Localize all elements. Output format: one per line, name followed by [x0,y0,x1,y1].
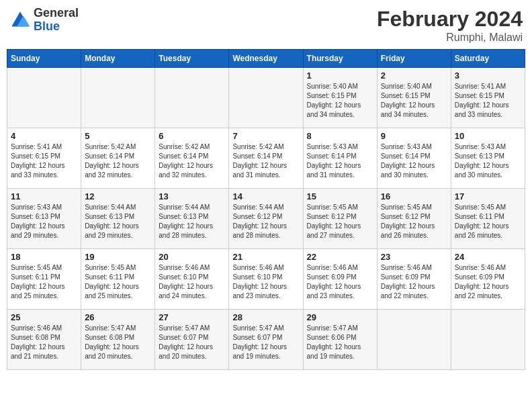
day-of-week-header: Friday [377,50,451,68]
day-number: 27 [159,312,225,322]
day-number: 16 [381,191,447,201]
calendar-cell: 22Sunrise: 5:46 AM Sunset: 6:09 PM Dayli… [303,249,377,310]
day-info: Sunrise: 5:47 AM Sunset: 6:07 PM Dayligh… [232,324,299,361]
day-info: Sunrise: 5:43 AM Sunset: 6:14 PM Dayligh… [307,142,373,180]
day-number: 9 [381,131,447,141]
month-year: February 2024 [377,7,523,32]
day-number: 5 [85,131,151,141]
calendar-cell: 8Sunrise: 5:43 AM Sunset: 6:14 PM Daylig… [303,128,377,189]
day-info: Sunrise: 5:45 AM Sunset: 6:11 PM Dayligh… [11,263,77,301]
calendar-cell [377,310,451,370]
logo: GeneralBlue [9,7,79,34]
day-number: 3 [455,71,521,81]
calendar-cell: 10Sunrise: 5:43 AM Sunset: 6:13 PM Dayli… [451,128,525,189]
day-info: Sunrise: 5:46 AM Sunset: 6:09 PM Dayligh… [381,263,447,301]
day-info: Sunrise: 5:43 AM Sunset: 6:14 PM Dayligh… [381,142,447,180]
title-block: February 2024 Rumphi, Malawi [377,7,523,44]
calendar-cell: 7Sunrise: 5:42 AM Sunset: 6:14 PM Daylig… [229,128,303,189]
day-of-week-header: Saturday [451,50,525,68]
calendar-week-row: 11Sunrise: 5:43 AM Sunset: 6:13 PM Dayli… [7,189,525,249]
day-number: 18 [11,252,77,262]
day-of-week-header: Sunday [7,50,81,68]
day-number: 29 [307,312,373,322]
day-number: 15 [307,191,373,201]
day-number: 19 [85,252,151,262]
day-info: Sunrise: 5:45 AM Sunset: 6:11 PM Dayligh… [455,203,521,240]
day-info: Sunrise: 5:43 AM Sunset: 6:13 PM Dayligh… [11,203,77,240]
calendar-cell: 25Sunrise: 5:46 AM Sunset: 6:08 PM Dayli… [7,310,81,370]
calendar-cell: 2Sunrise: 5:40 AM Sunset: 6:15 PM Daylig… [377,68,451,128]
calendar-cell: 14Sunrise: 5:44 AM Sunset: 6:12 PM Dayli… [229,189,303,249]
day-number: 23 [381,252,447,262]
day-info: Sunrise: 5:41 AM Sunset: 6:15 PM Dayligh… [455,82,521,120]
calendar-cell [7,68,81,128]
day-info: Sunrise: 5:46 AM Sunset: 6:09 PM Dayligh… [307,263,373,301]
calendar-cell: 18Sunrise: 5:45 AM Sunset: 6:11 PM Dayli… [7,249,81,310]
calendar-cell: 11Sunrise: 5:43 AM Sunset: 6:13 PM Dayli… [7,189,81,249]
logo-text: GeneralBlue [34,7,79,34]
day-number: 25 [11,312,77,322]
day-number: 28 [232,312,299,322]
day-number: 1 [307,71,373,81]
day-info: Sunrise: 5:42 AM Sunset: 6:14 PM Dayligh… [232,142,299,180]
day-info: Sunrise: 5:46 AM Sunset: 6:08 PM Dayligh… [11,324,77,361]
calendar-cell: 1Sunrise: 5:40 AM Sunset: 6:15 PM Daylig… [303,68,377,128]
calendar-cell: 23Sunrise: 5:46 AM Sunset: 6:09 PM Dayli… [377,249,451,310]
calendar-cell: 17Sunrise: 5:45 AM Sunset: 6:11 PM Dayli… [451,189,525,249]
day-info: Sunrise: 5:44 AM Sunset: 6:13 PM Dayligh… [159,203,225,240]
day-number: 2 [381,71,447,81]
day-number: 10 [455,131,521,141]
day-number: 13 [159,191,225,201]
calendar-week-row: 25Sunrise: 5:46 AM Sunset: 6:08 PM Dayli… [7,310,525,370]
calendar-cell: 6Sunrise: 5:42 AM Sunset: 6:14 PM Daylig… [155,128,229,189]
day-info: Sunrise: 5:45 AM Sunset: 6:12 PM Dayligh… [381,203,447,240]
day-info: Sunrise: 5:46 AM Sunset: 6:09 PM Dayligh… [455,263,521,301]
day-info: Sunrise: 5:43 AM Sunset: 6:13 PM Dayligh… [455,142,521,180]
calendar-cell: 20Sunrise: 5:46 AM Sunset: 6:10 PM Dayli… [155,249,229,310]
day-info: Sunrise: 5:40 AM Sunset: 6:15 PM Dayligh… [307,82,373,120]
calendar-cell [451,310,525,370]
calendar-cell: 5Sunrise: 5:42 AM Sunset: 6:14 PM Daylig… [81,128,155,189]
logo-icon [9,9,31,31]
calendar-cell: 15Sunrise: 5:45 AM Sunset: 6:12 PM Dayli… [303,189,377,249]
day-info: Sunrise: 5:46 AM Sunset: 6:10 PM Dayligh… [159,263,225,301]
location: Rumphi, Malawi [377,32,523,44]
day-of-week-header: Tuesday [155,50,229,68]
calendar-week-row: 1Sunrise: 5:40 AM Sunset: 6:15 PM Daylig… [7,68,525,128]
calendar-week-row: 4Sunrise: 5:41 AM Sunset: 6:15 PM Daylig… [7,128,525,189]
calendar-cell [81,68,155,128]
calendar-week-row: 18Sunrise: 5:45 AM Sunset: 6:11 PM Dayli… [7,249,525,310]
calendar-table: SundayMondayTuesdayWednesdayThursdayFrid… [7,49,525,370]
day-number: 24 [455,252,521,262]
calendar-cell: 21Sunrise: 5:46 AM Sunset: 6:10 PM Dayli… [229,249,303,310]
day-number: 26 [85,312,151,322]
day-number: 7 [232,131,299,141]
day-number: 6 [159,131,225,141]
calendar-cell: 9Sunrise: 5:43 AM Sunset: 6:14 PM Daylig… [377,128,451,189]
calendar-cell [229,68,303,128]
day-info: Sunrise: 5:44 AM Sunset: 6:12 PM Dayligh… [232,203,299,240]
day-of-week-header: Monday [81,50,155,68]
day-info: Sunrise: 5:47 AM Sunset: 6:07 PM Dayligh… [159,324,225,361]
day-info: Sunrise: 5:41 AM Sunset: 6:15 PM Dayligh… [11,142,77,180]
day-number: 21 [232,252,299,262]
page-header: GeneralBlue February 2024 Rumphi, Malawi [7,7,525,44]
calendar-header-row: SundayMondayTuesdayWednesdayThursdayFrid… [7,50,525,68]
calendar-cell: 19Sunrise: 5:45 AM Sunset: 6:11 PM Dayli… [81,249,155,310]
calendar-cell: 3Sunrise: 5:41 AM Sunset: 6:15 PM Daylig… [451,68,525,128]
calendar-cell: 4Sunrise: 5:41 AM Sunset: 6:15 PM Daylig… [7,128,81,189]
day-number: 12 [85,191,151,201]
calendar-cell [155,68,229,128]
day-info: Sunrise: 5:40 AM Sunset: 6:15 PM Dayligh… [381,82,447,120]
day-of-week-header: Wednesday [229,50,303,68]
day-number: 8 [307,131,373,141]
day-info: Sunrise: 5:42 AM Sunset: 6:14 PM Dayligh… [85,142,151,180]
calendar-body: 1Sunrise: 5:40 AM Sunset: 6:15 PM Daylig… [7,68,525,370]
day-number: 14 [232,191,299,201]
day-info: Sunrise: 5:44 AM Sunset: 6:13 PM Dayligh… [85,203,151,240]
day-info: Sunrise: 5:45 AM Sunset: 6:11 PM Dayligh… [85,263,151,301]
day-number: 17 [455,191,521,201]
calendar-cell: 13Sunrise: 5:44 AM Sunset: 6:13 PM Dayli… [155,189,229,249]
day-info: Sunrise: 5:42 AM Sunset: 6:14 PM Dayligh… [159,142,225,180]
calendar-cell: 29Sunrise: 5:47 AM Sunset: 6:06 PM Dayli… [303,310,377,370]
